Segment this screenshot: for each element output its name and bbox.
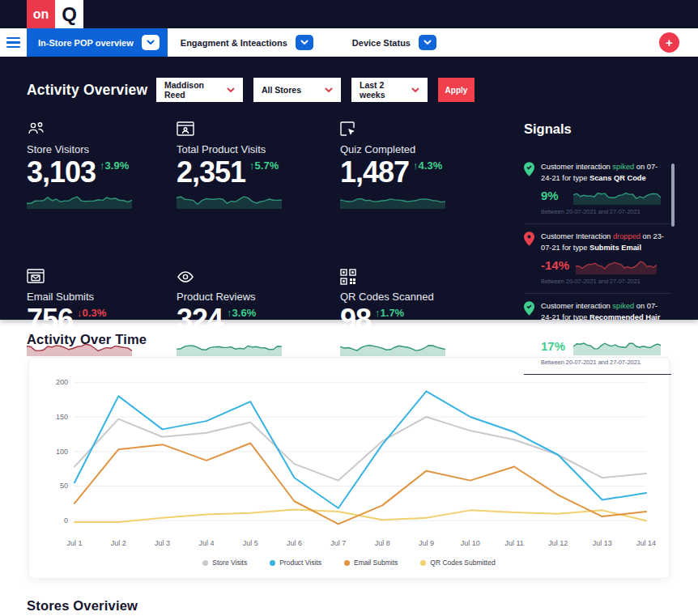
- signals-scrollbar[interactable]: [671, 164, 675, 227]
- date-range-select[interactable]: Last 2 weeks: [351, 78, 428, 102]
- signal-item: Customer Interaction dropped on 23-07-21…: [524, 224, 671, 294]
- svg-text:Jul 13: Jul 13: [593, 539, 612, 547]
- map-pin-icon: [524, 162, 534, 176]
- svg-text:Jul 12: Jul 12: [548, 539, 568, 547]
- legend-item[interactable]: Product Visits: [270, 559, 321, 567]
- kpi-qr-codes-scanned: QR Codes Scanned 98 ↑1.7%: [340, 269, 510, 395]
- logo-q-box: Q: [55, 0, 83, 28]
- signal-item: Customer interaction spiked on 07-24-21 …: [524, 294, 671, 375]
- svg-text:Jul 7: Jul 7: [330, 539, 346, 547]
- chevron-down-icon[interactable]: [419, 35, 436, 50]
- stores-select[interactable]: All Stores: [253, 78, 341, 102]
- signal-sparkline: [576, 257, 657, 274]
- signal-text: Customer interaction spiked on 07-24-21 …: [541, 162, 665, 185]
- kpi-label: Store Visitors: [27, 143, 177, 155]
- kpi-label: QR Codes Scanned: [340, 291, 510, 303]
- kpi-value: 1,487: [340, 158, 409, 187]
- cursor-box-icon: [340, 121, 510, 139]
- svg-text:Jul 14: Jul 14: [636, 539, 656, 547]
- chevron-down-icon: [227, 87, 235, 93]
- brand-select[interactable]: Maddison Reed: [156, 78, 243, 102]
- kpi-delta: ↑3.6%: [227, 307, 256, 319]
- legend-dot-icon: [202, 560, 208, 566]
- legend-dot-icon: [344, 560, 350, 566]
- apply-button[interactable]: Apply: [438, 78, 475, 102]
- svg-text:Jul 10: Jul 10: [461, 539, 480, 547]
- legend-dot-icon: [270, 560, 275, 566]
- app-logo: on Q: [27, 0, 83, 28]
- kpi-value: 3,103: [27, 158, 96, 187]
- kpi-delta: ↑1.7%: [375, 307, 404, 319]
- kpi-store-visitors: Store Visitors 3,103 ↑3.9%: [27, 121, 177, 248]
- legend-item[interactable]: Store Visits: [202, 559, 247, 567]
- kpi-sparkline: [27, 340, 132, 356]
- nav-tab-engagement-interactions[interactable]: Engagment & Inteactions: [176, 28, 318, 57]
- legend-label: Email Submits: [354, 559, 398, 567]
- map-pin-icon: [524, 232, 534, 246]
- kpi-delta: ↑5.7%: [249, 159, 279, 172]
- signal-percent: 17%: [541, 339, 567, 353]
- svg-text:Jul 1: Jul 1: [66, 539, 82, 547]
- nav-tab-label: Device Status: [352, 38, 411, 48]
- signal-percent: -14%: [541, 258, 569, 272]
- brand-select-value: Maddison Reed: [164, 80, 227, 100]
- svg-text:50: 50: [60, 482, 68, 490]
- kpi-total-product-visits: Total Product Visits 2,351 ↑5.7%: [177, 121, 340, 248]
- chevron-down-icon: [325, 87, 333, 93]
- add-button[interactable]: +: [659, 32, 679, 53]
- kpi-sparkline: [27, 193, 132, 209]
- svg-text:Jul 2: Jul 2: [111, 539, 126, 547]
- chart-legend: Store VisitsProduct VisitsEmail SubmitsQ…: [37, 555, 661, 573]
- map-pin-icon: [524, 301, 534, 316]
- kpi-product-reviews: Product Reviews 324 ↑3.6%: [177, 269, 340, 395]
- signals-panel: Signals Customer interaction spiked on 0…: [524, 121, 671, 395]
- kpi-label: Quiz Completed: [340, 143, 510, 155]
- explore-all-link[interactable]: Explore All ›: [524, 385, 671, 395]
- chevron-right-icon: ›: [668, 385, 671, 395]
- svg-text:0: 0: [64, 516, 68, 525]
- svg-text:Jul 9: Jul 9: [419, 539, 434, 547]
- kpi-value: 98: [340, 305, 371, 334]
- signal-date-range: Between 20-07-2021 and 27-07-2021: [541, 208, 665, 215]
- logo-on-box: on: [27, 0, 55, 28]
- signal-item: Customer interaction spiked on 07-24-21 …: [524, 155, 671, 224]
- kpi-delta: ↑4.3%: [413, 159, 442, 172]
- nav-tab-device-status[interactable]: Device Status: [347, 28, 441, 57]
- top-bar: on Q: [0, 0, 698, 28]
- legend-item[interactable]: Email Submits: [344, 559, 398, 567]
- activity-overview-panel: Activity Overview Maddison Reed All Stor…: [0, 57, 698, 320]
- kpi-sparkline: [340, 340, 445, 356]
- activity-overview-title: Activity Overview: [27, 82, 156, 99]
- browser-mail-icon: [27, 269, 177, 287]
- chevron-down-icon: [411, 87, 419, 93]
- svg-text:Jul 6: Jul 6: [287, 539, 302, 547]
- kpi-grid: Store Visitors 3,103 ↑3.9% Total Product…: [27, 121, 510, 395]
- svg-text:Jul 4: Jul 4: [198, 539, 214, 547]
- svg-text:Jul 8: Jul 8: [375, 539, 390, 547]
- stores-overview-title: Stores Overiview: [27, 598, 698, 614]
- svg-text:Jul 11: Jul 11: [504, 539, 523, 547]
- kpi-delta: ↑3.9%: [100, 159, 129, 172]
- activity-over-time-chart: 050100150200Jul 1Jul 2Jul 3Jul 4Jul 5Jul…: [37, 367, 661, 552]
- main-navbar: In-Store POP overview Engagment & Inteac…: [0, 28, 698, 57]
- chevron-down-icon[interactable]: [142, 35, 160, 50]
- svg-text:Jul 3: Jul 3: [155, 539, 170, 547]
- signal-date-range: Between 20-07-2021 and 27-07-2021: [541, 278, 665, 285]
- signal-date-range: Between 20-07-2021 and 27-07-2021: [541, 359, 665, 366]
- kpi-email-submits: Email Submits 756 ↓0.3%: [27, 269, 177, 395]
- legend-item[interactable]: QR Codes Submitted: [420, 559, 495, 567]
- kpi-sparkline: [177, 193, 282, 209]
- eye-icon: [177, 269, 340, 287]
- hamburger-menu-icon[interactable]: [6, 28, 27, 57]
- kpi-value: 2,351: [177, 158, 245, 187]
- kpi-label: Product Reviews: [177, 291, 340, 303]
- chevron-down-icon[interactable]: [296, 35, 313, 50]
- nav-tab-in-store-pop-overview[interactable]: In-Store POP overview: [27, 28, 168, 57]
- kpi-label: Total Product Visits: [177, 143, 340, 155]
- legend-label: Product Visits: [279, 559, 321, 567]
- signal-percent: 9%: [541, 189, 567, 202]
- kpi-sparkline: [177, 340, 282, 356]
- svg-text:100: 100: [56, 448, 68, 456]
- date-range-value: Last 2 weeks: [360, 80, 411, 100]
- signals-title: Signals: [524, 121, 671, 137]
